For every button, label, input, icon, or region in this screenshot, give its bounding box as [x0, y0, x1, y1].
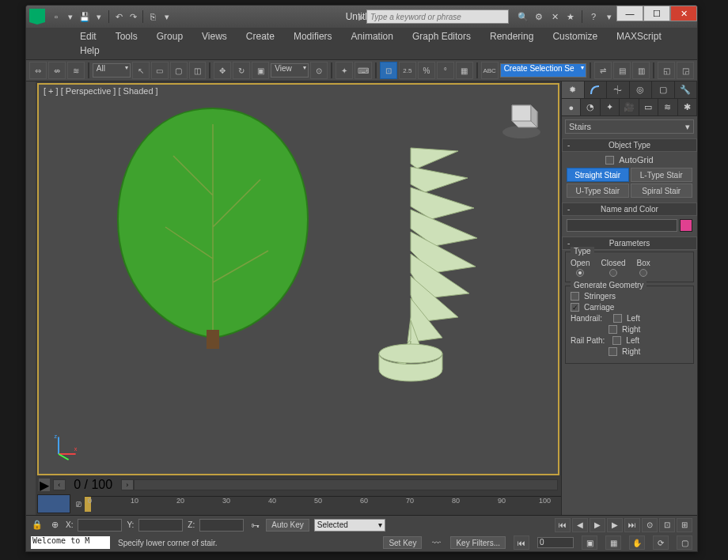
spiral-stair-object[interactable]	[332, 140, 506, 401]
utilities-tab-icon[interactable]: 🔧	[675, 81, 698, 98]
mirror-icon[interactable]: ⇌	[594, 62, 612, 79]
exchange-icon[interactable]: ✕	[548, 10, 561, 23]
play-mini-button[interactable]: ▶	[39, 479, 50, 491]
type-closed-radio[interactable]	[609, 269, 617, 277]
menu-views[interactable]: Views	[192, 29, 237, 44]
menu-edit[interactable]: Edit	[70, 29, 106, 44]
time-scrollbar[interactable]: ‹ 0 / 100 ›	[53, 479, 558, 491]
unlink-tool-icon[interactable]: ⇎	[48, 62, 66, 79]
l-type-stair-button[interactable]: L-Type Stair	[631, 168, 693, 182]
perspective-viewport[interactable]: [ + ] [ Perspective ] [ Shaded ]	[37, 83, 559, 475]
handrail-left-checkbox[interactable]	[613, 314, 622, 323]
save-icon[interactable]: 💾	[78, 10, 91, 23]
curve-editor-icon[interactable]: ◱	[658, 62, 675, 79]
viewcube[interactable]	[498, 94, 545, 142]
systems-subtab-icon[interactable]: ✱	[678, 99, 697, 115]
menu-group[interactable]: Group	[147, 29, 192, 44]
handrail-right-checkbox[interactable]	[609, 325, 617, 334]
help-icon[interactable]: ?	[587, 10, 600, 23]
z-field[interactable]	[199, 519, 244, 532]
pivot-icon[interactable]: ⊙	[310, 62, 328, 79]
favorites-icon[interactable]: ★	[564, 10, 577, 23]
maxscript-listener[interactable]: Welcome to M	[31, 536, 110, 549]
redo-icon[interactable]: ↷	[127, 10, 139, 23]
play-icon[interactable]: ▶	[590, 518, 605, 532]
object-color-swatch[interactable]	[680, 219, 692, 232]
close-button[interactable]: ✕	[670, 6, 697, 21]
scale-tool-icon[interactable]: ▣	[252, 62, 269, 79]
menu-help[interactable]: Help	[70, 44, 109, 58]
key-mode-dropdown[interactable]: Selected▾	[314, 519, 385, 532]
hierarchy-tab-icon[interactable]: ⏆	[607, 81, 630, 98]
spinner-snap-icon[interactable]: °	[437, 62, 454, 79]
menu-modifiers[interactable]: Modifiers	[284, 29, 342, 44]
link-icon[interactable]: ⎘	[146, 10, 159, 23]
bind-space-icon[interactable]: ≋	[67, 62, 85, 79]
orbit-icon[interactable]: ⟳	[653, 535, 669, 550]
key-filters-icon[interactable]: 〰	[430, 536, 442, 549]
viewport-label[interactable]: [ + ] [ Perspective ] [ Shaded ]	[44, 86, 158, 96]
track-bar-icon[interactable]: ⎚	[72, 498, 85, 510]
edged-faces-icon[interactable]: ▦	[456, 62, 473, 79]
keyboard-shortcut-icon[interactable]: ⌨	[355, 62, 372, 79]
link-tool-icon[interactable]: ⇔	[29, 62, 47, 79]
tree-object[interactable]	[102, 100, 324, 354]
axis-gizmo[interactable]: z x	[51, 433, 80, 461]
key-icon[interactable]: 🗝	[248, 519, 261, 532]
maximize-viewport-icon[interactable]: ▢	[677, 535, 692, 550]
select-object-icon[interactable]: ↖	[132, 62, 150, 79]
x-field[interactable]	[78, 519, 122, 532]
object-name-input[interactable]	[567, 219, 677, 232]
isolate-icon[interactable]: ⊞	[677, 518, 692, 532]
angle-snap-icon[interactable]: 2.5	[399, 62, 416, 79]
timeline-thumbnail[interactable]	[37, 494, 70, 513]
type-open-radio[interactable]	[576, 269, 584, 277]
maximize-button[interactable]: ☐	[643, 6, 670, 21]
type-box-radio[interactable]	[639, 269, 647, 277]
shapes-subtab-icon[interactable]: ◔	[581, 99, 600, 115]
percent-snap-icon[interactable]: %	[418, 62, 435, 79]
key-filters-button[interactable]: Key Filters...	[450, 536, 506, 549]
set-key-button[interactable]: Set Key	[383, 536, 422, 549]
current-frame-spinner[interactable]: 0	[537, 537, 574, 548]
menu-tools[interactable]: Tools	[106, 29, 147, 44]
menu-animation[interactable]: Animation	[342, 29, 403, 44]
next-frame-icon[interactable]: ▶	[607, 518, 623, 532]
time-slider[interactable]: 0 10 20 30 40 50 60 70 80 90 100	[85, 496, 561, 512]
scroll-right-icon[interactable]: ›	[121, 479, 134, 490]
menu-create[interactable]: Create	[237, 29, 284, 44]
open-icon[interactable]: ▾	[64, 10, 77, 23]
autogrid-checkbox[interactable]	[605, 156, 614, 165]
auto-key-button[interactable]: Auto Key	[266, 519, 309, 532]
object-type-rollout-header[interactable]: - Object Type	[562, 138, 697, 152]
search-input[interactable]	[366, 9, 509, 24]
snap-toggle-icon[interactable]: ⊡	[380, 62, 397, 79]
goto-end-icon[interactable]: ⏭	[624, 518, 640, 532]
railpath-right-checkbox[interactable]	[609, 347, 617, 356]
selection-sets-dropdown[interactable]: Create Selection Se	[500, 63, 587, 78]
minimize-button[interactable]: —	[616, 6, 643, 21]
category-dropdown[interactable]: Stairs▾	[565, 119, 694, 134]
refcoord-dropdown[interactable]: View	[271, 63, 309, 78]
display-tab-icon[interactable]: ▢	[652, 81, 675, 98]
window-crossing-icon[interactable]: ◫	[189, 62, 207, 79]
zoom-extents-icon[interactable]: ▣	[582, 535, 597, 550]
help-dropdown-icon[interactable]: ▾	[603, 10, 616, 23]
layers-icon[interactable]: ▥	[632, 62, 650, 79]
rotate-tool-icon[interactable]: ↻	[233, 62, 250, 79]
prev-key-icon[interactable]: ⏮	[514, 535, 529, 550]
lights-subtab-icon[interactable]: ✦	[601, 99, 620, 115]
spiral-stair-button[interactable]: Spiral Stair	[631, 184, 693, 198]
spacewarps-subtab-icon[interactable]: ≋	[658, 99, 677, 115]
cameras-subtab-icon[interactable]: 🎥	[620, 99, 639, 115]
zoom-all-icon[interactable]: ▦	[605, 535, 621, 550]
select-region-icon[interactable]: ▢	[170, 62, 188, 79]
selection-filter-dropdown[interactable]: All	[93, 63, 131, 78]
undo-icon[interactable]: ↶	[112, 10, 125, 23]
menu-grapheditors[interactable]: Graph Editors	[403, 29, 480, 44]
goto-start-icon[interactable]: ⏮	[555, 518, 571, 532]
pan-icon[interactable]: ✋	[629, 535, 645, 550]
named-selection-icon[interactable]: ABC	[481, 62, 499, 79]
select-name-icon[interactable]: ▭	[151, 62, 169, 79]
time-config-icon[interactable]: ⊡	[659, 518, 675, 532]
